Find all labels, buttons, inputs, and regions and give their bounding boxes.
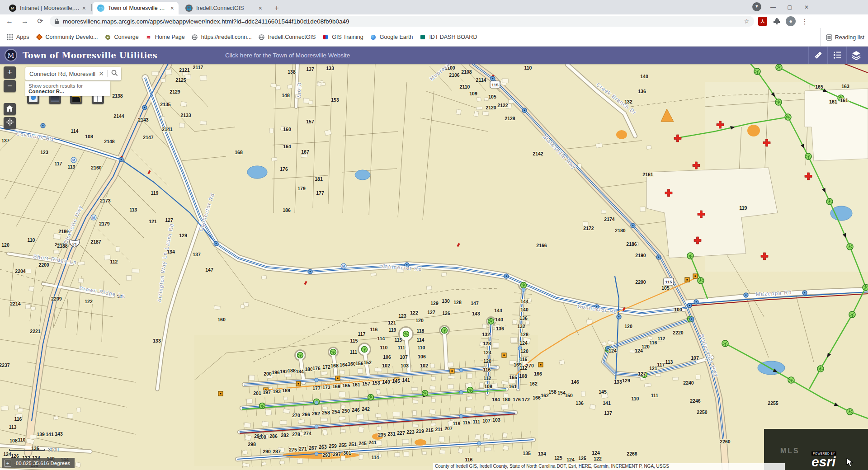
svg-text:124: 124 [519, 340, 528, 346]
clear-search-icon[interactable]: ✕ [95, 70, 108, 77]
my-location-button[interactable] [4, 117, 16, 129]
tab-utilities-active[interactable]: ◠ Town of Mooresville Utilities × [93, 2, 179, 14]
bookmark-label: GIS Training [332, 34, 363, 40]
svg-text:120: 120 [624, 324, 632, 329]
search-suggestion[interactable]: Show search results for Connector R... [25, 81, 110, 96]
bookmark-iredell-connectgis[interactable]: Iredell.ConnectGIS [258, 33, 316, 41]
maximize-button[interactable]: ▢ [782, 2, 797, 13]
svg-text:2187: 2187 [90, 239, 101, 244]
svg-text:113: 113 [665, 359, 673, 365]
diamond-icon [36, 33, 43, 41]
svg-text:141: 141 [603, 400, 611, 406]
svg-text:241: 241 [368, 440, 377, 445]
town-website-link[interactable]: Click here for the Town of Mooresville W… [225, 52, 350, 59]
bookmark-star-icon[interactable]: ☆ [744, 18, 750, 25]
svg-text:120: 120 [415, 318, 424, 323]
reading-list-button[interactable]: Reading list [820, 28, 864, 47]
tab-close-icon[interactable]: × [259, 5, 262, 12]
svg-text:266: 266 [302, 412, 310, 417]
svg-text:2166: 2166 [536, 243, 547, 248]
svg-text:271: 271 [299, 446, 307, 451]
bookmark-iredell-conn[interactable]: https://iredell.conn... [191, 33, 252, 41]
search-input[interactable] [25, 70, 95, 77]
measure-tool-button[interactable] [808, 47, 827, 64]
bookmark-community-development[interactable]: Community Develo... [36, 33, 98, 41]
svg-text:2250: 2250 [697, 409, 708, 415]
svg-text:2121: 2121 [179, 67, 190, 73]
svg-text:100: 100 [674, 307, 682, 312]
svg-text:2128: 2128 [505, 116, 515, 121]
svg-text:111: 111 [473, 419, 481, 424]
svg-text:293: 293 [322, 452, 330, 458]
search-submit-button[interactable] [108, 70, 121, 78]
address-bar[interactable]: mooresvillenc.maps.arcgis.com/apps/webap… [50, 16, 754, 27]
svg-text:108: 108 [9, 438, 18, 443]
svg-text:MLS: MLS [780, 447, 800, 455]
svg-text:153: 153 [331, 97, 339, 103]
bookmark-apps[interactable]: Apps [6, 33, 29, 41]
close-window-button[interactable]: ✕ [799, 2, 814, 13]
scale-bar-line [9, 449, 45, 451]
svg-text:270: 270 [292, 413, 300, 418]
home-extent-button[interactable] [4, 103, 16, 115]
extensions-puzzle-icon[interactable] [771, 16, 782, 26]
svg-text:110: 110 [632, 396, 639, 401]
svg-text:119: 119 [389, 327, 396, 333]
coordinate-icon[interactable]: + [4, 460, 11, 467]
forward-icon[interactable]: → [19, 15, 31, 27]
minimize-button[interactable]: — [765, 2, 781, 13]
svg-text:116: 116 [650, 340, 657, 345]
svg-text:181: 181 [315, 176, 323, 182]
bookmark-gis-training[interactable]: GIS Training [322, 33, 363, 41]
tab-close-icon[interactable]: × [170, 5, 174, 12]
home-icon [6, 105, 13, 112]
svg-text:121: 121 [649, 366, 657, 371]
zoom-in-button[interactable]: + [4, 66, 16, 79]
map-canvas[interactable]: MMM2111511521212117212521292135213321382… [0, 64, 868, 470]
svg-text:115: 115 [665, 279, 672, 284]
pdf-extension-icon[interactable]: 人 [757, 16, 768, 26]
svg-text:113: 113 [130, 207, 137, 212]
profile-avatar[interactable]: ● [785, 16, 796, 26]
svg-text:128: 128 [483, 341, 491, 346]
layers-icon [851, 50, 862, 61]
back-icon[interactable]: ← [4, 15, 15, 27]
svg-text:110: 110 [28, 237, 35, 243]
refresh-icon[interactable]: ⟳ [34, 15, 46, 27]
layers-button[interactable] [846, 47, 865, 64]
svg-text:106: 106 [383, 354, 391, 360]
new-tab-button[interactable]: + [271, 3, 282, 14]
bookmark-idt-dashboard[interactable]: IDT DASH BOARD [419, 33, 477, 41]
svg-text:282: 282 [281, 432, 289, 438]
svg-text:2174: 2174 [604, 216, 615, 222]
tab-close-icon[interactable]: × [82, 5, 86, 12]
tab-title: Iredell.ConnectGIS [196, 5, 256, 11]
browser-menu-kebab-icon[interactable]: ⋮ [799, 16, 810, 26]
bookmark-converge[interactable]: Converge [104, 33, 139, 41]
bookmark-label: Apps [16, 34, 29, 40]
svg-text:111: 111 [350, 349, 358, 355]
puzzle-glyph [773, 18, 780, 25]
tab-connectgis[interactable]: 🌐 Iredell.ConnectGIS × [181, 2, 267, 14]
svg-text:227: 227 [397, 430, 405, 436]
svg-text:102: 102 [382, 363, 390, 368]
svg-text:145: 145 [599, 389, 607, 395]
legend-button[interactable] [827, 47, 846, 64]
zoom-out-button[interactable]: − [4, 80, 16, 92]
svg-text:154: 154 [557, 390, 566, 395]
avatar-glyph: ● [786, 16, 796, 26]
tab-separator [91, 4, 92, 11]
svg-text:2186: 2186 [626, 241, 637, 247]
svg-text:231: 231 [387, 431, 396, 437]
chrome-update-icon[interactable]: ▼ [752, 2, 761, 11]
bookmark-label: Converge [114, 34, 139, 40]
scale-bar-label: 300ft [48, 447, 59, 452]
svg-text:172: 172 [322, 364, 330, 370]
bookmark-google-earth[interactable]: Google Earth [370, 33, 413, 41]
svg-text:2209: 2209 [51, 296, 62, 301]
tab-intranet[interactable]: M Intranet | Mooresville, NC - Offic × [5, 2, 90, 14]
bookmark-home-page[interactable]: ≋ Home Page [145, 33, 185, 41]
svg-text:128: 128 [520, 332, 528, 337]
svg-text:M: M [92, 216, 95, 219]
svg-text:2221: 2221 [30, 329, 41, 334]
